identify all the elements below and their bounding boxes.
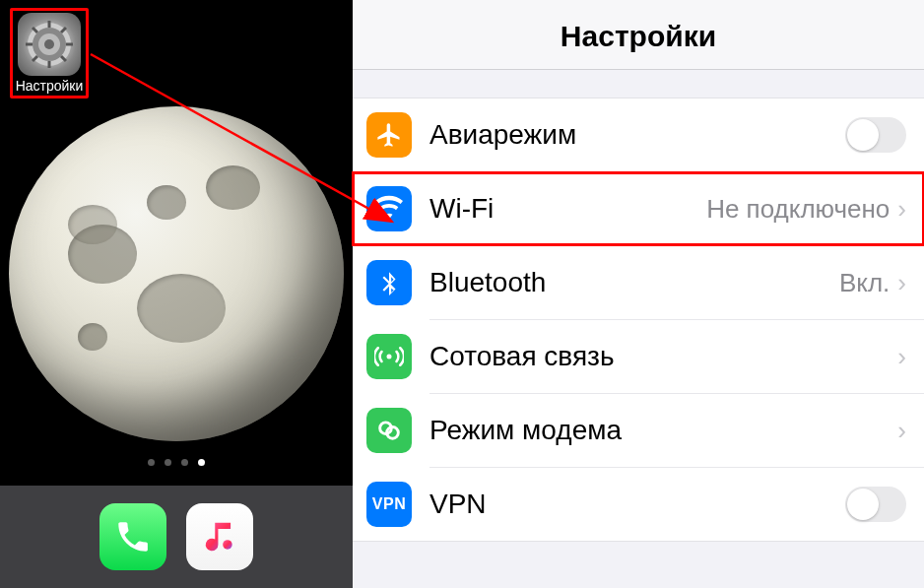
row-airplane-label: Авиарежим: [429, 119, 576, 151]
bluetooth-icon: [366, 260, 412, 305]
cellular-icon: [366, 334, 412, 379]
settings-screen: Настройки Авиарежим Wi-Fi: [353, 0, 924, 588]
svg-point-12: [223, 540, 232, 550]
svg-point-13: [387, 355, 392, 359]
gear-icon: [25, 20, 74, 69]
row-hotspot[interactable]: Режим модема ›: [353, 394, 924, 467]
row-vpn-label: VPN: [429, 489, 487, 520]
phone-app-icon[interactable]: [99, 503, 166, 570]
row-wifi[interactable]: Wi-Fi Не подключено ›: [353, 172, 924, 245]
settings-app-label: Настройки: [15, 78, 84, 94]
row-cellular-label: Сотовая связь: [429, 341, 614, 372]
row-vpn[interactable]: VPN VPN: [353, 468, 924, 541]
row-bluetooth-label: Bluetooth: [429, 267, 546, 298]
vpn-badge-text: VPN: [372, 495, 406, 513]
row-wifi-value: Не подключено: [706, 194, 890, 225]
hotspot-icon: [366, 408, 412, 453]
vpn-icon: VPN: [366, 482, 412, 527]
row-cellular[interactable]: Сотовая связь ›: [353, 320, 924, 393]
chevron-right-icon: ›: [897, 416, 906, 446]
wifi-icon: [366, 186, 412, 231]
row-bluetooth[interactable]: Bluetooth Вкл. ›: [353, 246, 924, 319]
row-bluetooth-value: Вкл.: [839, 268, 890, 298]
chevron-right-icon: ›: [897, 342, 906, 372]
page-dot-active: [198, 459, 205, 466]
svg-rect-7: [66, 43, 73, 46]
wallpaper: [0, 106, 353, 486]
settings-title: Настройки: [353, 0, 924, 70]
row-airplane[interactable]: Авиарежим: [353, 98, 924, 171]
settings-app-highlight: Настройки: [10, 8, 89, 98]
dock: [0, 486, 353, 588]
vpn-toggle[interactable]: [845, 487, 906, 522]
page-dot: [148, 459, 155, 466]
svg-rect-5: [48, 61, 51, 68]
chevron-right-icon: ›: [897, 268, 906, 298]
music-app-icon[interactable]: [186, 503, 253, 570]
moon-image: [9, 106, 344, 441]
airplane-toggle[interactable]: [845, 117, 906, 153]
row-wifi-label: Wi-Fi: [429, 193, 494, 225]
settings-app-icon[interactable]: [18, 13, 81, 76]
page-indicator[interactable]: [148, 459, 205, 466]
row-hotspot-label: Режим модема: [429, 415, 622, 446]
svg-point-3: [44, 39, 54, 49]
phone-icon: [114, 518, 152, 555]
airplane-icon: [366, 112, 412, 158]
page-dot: [165, 459, 171, 466]
home-screen: Настройки: [0, 0, 353, 588]
svg-rect-4: [48, 21, 51, 28]
chevron-right-icon: ›: [897, 194, 906, 225]
svg-rect-6: [26, 43, 33, 46]
page-dot: [181, 459, 188, 466]
settings-list: Авиарежим Wi-Fi Не подключено ›: [353, 98, 924, 542]
music-note-icon: [201, 518, 238, 555]
